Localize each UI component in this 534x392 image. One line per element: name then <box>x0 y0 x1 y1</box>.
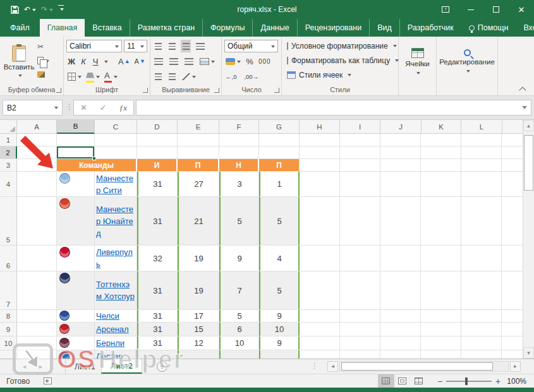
italic-button[interactable]: К <box>78 55 88 68</box>
team-link[interactable]: Манчестер Сити <box>96 172 135 196</box>
table-header-games[interactable]: И <box>137 159 178 171</box>
tab-file[interactable]: Файл <box>0 19 40 37</box>
vertical-scrollbar[interactable]: ▲ ▼ <box>523 120 534 359</box>
cell[interactable] <box>57 310 95 322</box>
cell[interactable]: 7 <box>219 271 259 309</box>
cell[interactable]: Ливерпуль <box>95 246 137 271</box>
cell[interactable]: 1 <box>259 172 300 196</box>
undo-button[interactable]: ↶ <box>22 3 38 16</box>
cell[interactable]: 31 <box>137 271 178 309</box>
column-header-e[interactable]: E <box>178 120 219 134</box>
row-header-2[interactable]: 2 <box>0 146 17 158</box>
column-header-b[interactable]: B <box>57 120 95 134</box>
table-header-draws[interactable]: Н <box>219 159 259 171</box>
cell[interactable] <box>17 350 57 359</box>
new-sheet-button[interactable]: + <box>157 361 167 372</box>
collapse-ribbon-button[interactable] <box>519 86 526 93</box>
cell[interactable]: 6 <box>219 323 259 336</box>
align-left-button[interactable] <box>153 55 164 68</box>
underline-dropdown[interactable] <box>104 61 108 65</box>
cell[interactable]: 31 <box>137 310 178 322</box>
cell[interactable]: Челси <box>95 310 137 322</box>
conditional-formatting-button[interactable]: Условное форматирование <box>287 39 396 53</box>
hscroll-right-arrow[interactable]: ► <box>510 361 521 372</box>
cell[interactable] <box>57 246 95 271</box>
cancel-button[interactable]: ✕ <box>80 103 87 112</box>
cell[interactable] <box>259 146 300 158</box>
font-family-select[interactable]: Calibri <box>66 40 122 52</box>
orientation-button[interactable] <box>181 70 197 83</box>
cell[interactable] <box>178 350 219 359</box>
team-link[interactable]: Челси <box>96 310 119 322</box>
team-link[interactable]: Бернли <box>96 337 124 349</box>
cell[interactable] <box>259 134 300 146</box>
column-header-g[interactable]: G <box>259 120 300 134</box>
page-break-view-button[interactable] <box>411 374 427 388</box>
zoom-slider[interactable] <box>446 381 492 382</box>
undo-dropdown[interactable] <box>32 9 36 13</box>
editing-button[interactable]: Редактирование <box>439 39 495 85</box>
cell[interactable] <box>17 323 57 336</box>
cell[interactable] <box>17 271 57 309</box>
column-header-i[interactable]: I <box>340 120 380 134</box>
alignment-dialog-launcher[interactable] <box>214 88 219 93</box>
fill-color-button[interactable] <box>85 70 101 83</box>
row-header-8[interactable]: 8 <box>0 310 17 322</box>
formula-bar-splitter[interactable]: ⋮ <box>66 102 73 111</box>
cell[interactable]: Арсенал <box>95 323 137 336</box>
normal-view-button[interactable] <box>378 374 394 388</box>
font-size-select[interactable]: 11 <box>124 40 147 52</box>
cell[interactable]: Манчестер Сити <box>95 172 137 196</box>
cell[interactable] <box>17 336 57 350</box>
cell[interactable]: 5 <box>259 197 300 245</box>
tell-me-button[interactable]: Помощн <box>461 19 516 37</box>
tab-data[interactable]: Данные <box>252 19 296 37</box>
cell[interactable]: 4 <box>259 246 300 271</box>
number-format-select[interactable]: Общий <box>224 40 278 52</box>
row-header-1[interactable]: 1 <box>0 134 17 146</box>
cell[interactable] <box>57 134 95 146</box>
customize-qat-button[interactable] <box>56 3 66 16</box>
zoom-out-button[interactable]: − <box>437 376 442 386</box>
cell[interactable]: 19 <box>178 246 219 271</box>
tab-view[interactable]: Вид <box>369 19 399 37</box>
cell[interactable]: 27 <box>178 172 219 196</box>
underline-button[interactable]: Ч <box>90 55 100 68</box>
column-header-j[interactable]: J <box>380 120 422 134</box>
cell[interactable]: 9 <box>259 336 300 350</box>
merge-center-button[interactable] <box>198 55 216 68</box>
font-dialog-launcher[interactable] <box>143 88 148 93</box>
insert-function-button[interactable]: ƒx <box>119 103 127 113</box>
cell[interactable] <box>17 310 57 322</box>
cell[interactable] <box>57 271 95 309</box>
team-link[interactable]: Манчестер Юнайтед <box>96 203 135 239</box>
cell[interactable]: 9 <box>219 246 259 271</box>
accounting-format-button[interactable] <box>224 55 242 68</box>
cell[interactable]: 19 <box>178 271 219 309</box>
wrap-text-button[interactable] <box>195 40 206 52</box>
column-header-f[interactable]: F <box>219 120 259 134</box>
page-layout-view-button[interactable] <box>394 374 411 388</box>
selected-cell-b2[interactable] <box>57 146 95 158</box>
cell[interactable]: Лестер <box>95 350 137 359</box>
cell[interactable] <box>95 146 137 158</box>
cell[interactable]: 31 <box>137 197 178 245</box>
team-link[interactable]: Тоттенхэм Хотспур <box>96 278 135 302</box>
cell[interactable]: 17 <box>178 310 219 322</box>
cell[interactable] <box>95 134 137 146</box>
redo-button[interactable]: ↷ <box>39 3 55 16</box>
cell[interactable]: 12 <box>178 336 219 350</box>
cell[interactable] <box>259 350 300 359</box>
tab-page-layout[interactable]: Разметка стран <box>130 19 202 37</box>
format-as-table-button[interactable]: Форматировать как таблицу <box>287 53 396 68</box>
row-header-3[interactable]: 3 <box>0 159 17 171</box>
cell[interactable]: 15 <box>178 323 219 336</box>
column-header-a[interactable]: A <box>17 120 57 134</box>
cell[interactable]: 5 <box>259 271 300 309</box>
cell[interactable]: 31 <box>137 172 178 196</box>
cell[interactable] <box>219 146 259 158</box>
cell[interactable] <box>57 197 95 245</box>
align-middle-button[interactable] <box>167 40 177 52</box>
align-bottom-button[interactable] <box>181 40 191 52</box>
cell[interactable] <box>178 146 219 158</box>
